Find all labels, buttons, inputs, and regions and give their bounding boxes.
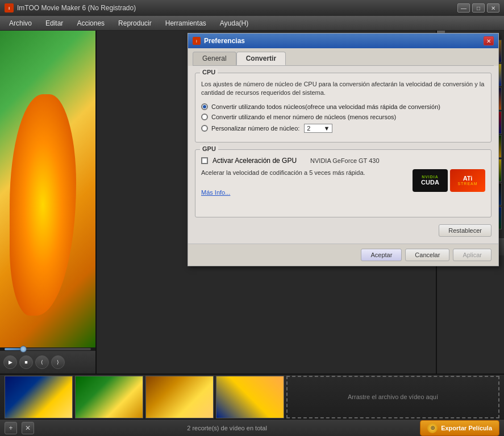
dialog-icon: i: [193, 37, 201, 45]
dialog-tabs: General Convertir: [188, 48, 498, 65]
restablecer-button[interactable]: Restablecer: [439, 224, 491, 237]
dialog-body: CPU Los ajustes de número de núcleo de C…: [188, 66, 498, 244]
cpu-group: CPU Los ajustes de número de núcleo de C…: [195, 73, 491, 142]
preview-controls: ▶ ■ ⟨ ⟩: [0, 351, 95, 374]
app-icon: i: [5, 3, 14, 12]
film-drop-zone[interactable]: Arrastre el archivo de vídeo aquí: [286, 376, 499, 418]
tab-convertir[interactable]: Convertir: [236, 52, 286, 65]
gpu-group: GPU Activar Aceleración de GPU NVIDIA Ge…: [195, 149, 491, 217]
dialog-footer: Aceptar Cancelar Aplicar: [188, 244, 498, 266]
gpu-logos: NVIDIA CUDA ATi STREAM: [413, 169, 485, 192]
menu-acciones[interactable]: Acciones: [70, 17, 111, 30]
close-button[interactable]: ✕: [487, 3, 499, 12]
preferences-dialog: i Preferencias ✕ General Convertir CPU L…: [188, 33, 499, 266]
gpu-checkbox-label: Activar Aceleración de GPU: [213, 157, 297, 165]
maximize-button[interactable]: □: [472, 3, 485, 12]
progress-bar-track[interactable]: [5, 348, 91, 350]
gpu-description: Acelerar la velocidad de codificación a …: [201, 169, 365, 176]
progress-bar-fill: [5, 348, 22, 350]
gpu-group-label: GPU: [200, 145, 218, 152]
gpu-checkbox[interactable]: [201, 157, 208, 164]
main-area: ▶ ■ ⟨ ⟩ i Preferencias ✕ General Convert…: [0, 31, 504, 374]
cores-dropdown[interactable]: 2 ▼: [304, 124, 332, 133]
cpu-option-1[interactable]: Convertir utilizando el menor número de …: [201, 114, 485, 120]
play-button[interactable]: ▶: [3, 355, 17, 369]
export-icon: ◎: [427, 423, 438, 433]
export-label: Exportar Película: [441, 425, 492, 431]
cpu-option-0[interactable]: Convertir utilizando todos núcleos(ofrec…: [201, 103, 485, 110]
ati-text: ATi: [463, 175, 473, 182]
film-item-1[interactable]: [5, 376, 73, 418]
export-button[interactable]: ◎ Exportar Película: [420, 420, 499, 436]
accept-button[interactable]: Aceptar: [361, 249, 402, 261]
menu-reproducir[interactable]: Reproducir: [111, 17, 159, 30]
preview-area: [0, 31, 95, 347]
preview-image: [0, 31, 95, 347]
stream-text: STREAM: [457, 182, 477, 186]
gpu-activation-row: Activar Aceleración de GPU NVIDIA GeForc…: [201, 157, 485, 165]
next-button[interactable]: ⟩: [51, 355, 65, 369]
cpu-option-0-label: Convertir utilizando todos núcleos(ofrec…: [211, 103, 440, 110]
dropdown-arrow: ▼: [323, 125, 330, 132]
nvidia-logo: NVIDIA CUDA: [413, 169, 448, 192]
status-text: 2 recorte(s) de vídeo en total: [39, 425, 415, 431]
center-content: i Preferencias ✕ General Convertir CPU L…: [97, 31, 436, 374]
ati-logo: ATi STREAM: [450, 169, 485, 192]
film-item-4[interactable]: [216, 376, 284, 418]
radio-custom-cores[interactable]: [201, 125, 208, 132]
menu-herramientas[interactable]: Herramientas: [159, 17, 213, 30]
film-item-3[interactable]: [145, 376, 214, 418]
mas-info-link[interactable]: Más Info...: [201, 189, 230, 196]
left-panel: ▶ ■ ⟨ ⟩: [0, 31, 97, 374]
nvidia-text: NVIDIA: [422, 175, 439, 179]
radio-fewer-cores[interactable]: [201, 114, 208, 120]
window-controls: — □ ✕: [457, 3, 499, 12]
cpu-option-2-label: Personalizar número de núcleo:: [211, 125, 299, 132]
stop-button[interactable]: ■: [19, 355, 33, 369]
menu-editar[interactable]: Editar: [39, 17, 70, 30]
menu-bar: Archivo Editar Acciones Reproducir Herra…: [0, 16, 504, 31]
app-title: ImTOO Movie Maker 6 (No Registrado): [17, 4, 457, 12]
film-item-2[interactable]: [75, 376, 143, 418]
cuda-text: CUDA: [421, 179, 439, 186]
gpu-name: NVIDIA GeForce GT 430: [310, 157, 379, 164]
cpu-description: Los ajustes de número de núcleo de CPU p…: [201, 80, 485, 98]
dialog-close-button[interactable]: ✕: [484, 36, 494, 45]
cpu-option-1-label: Convertir utilizando el menor número de …: [211, 114, 396, 120]
filmstrip: Arrastre el archivo de vídeo aquí: [0, 375, 504, 419]
title-bar: i ImTOO Movie Maker 6 (No Registrado) — …: [0, 0, 504, 16]
dialog-title: Preferencias: [204, 37, 484, 45]
tab-general[interactable]: General: [193, 52, 236, 65]
bottom-area: Arrastre el archivo de vídeo aquí + ✕ 2 …: [0, 374, 504, 436]
minimize-button[interactable]: —: [457, 3, 470, 12]
remove-button[interactable]: ✕: [22, 422, 34, 434]
menu-ayuda[interactable]: Ayuda(H): [213, 17, 255, 30]
cpu-option-2[interactable]: Personalizar número de núcleo: 2 ▼: [201, 124, 485, 133]
bottom-toolbar: + ✕ 2 recorte(s) de vídeo en total ◎ Exp…: [0, 419, 504, 436]
add-button[interactable]: +: [5, 422, 17, 434]
apply-button[interactable]: Aplicar: [453, 249, 491, 261]
cancel-button[interactable]: Cancelar: [405, 249, 449, 261]
menu-archivo[interactable]: Archivo: [2, 17, 39, 30]
prev-button[interactable]: ⟨: [35, 355, 49, 369]
drop-zone-text: Arrastre el archivo de vídeo aquí: [348, 393, 438, 400]
dialog-title-bar: i Preferencias ✕: [188, 33, 498, 48]
radio-all-cores[interactable]: [201, 103, 208, 110]
cpu-group-label: CPU: [200, 69, 218, 76]
